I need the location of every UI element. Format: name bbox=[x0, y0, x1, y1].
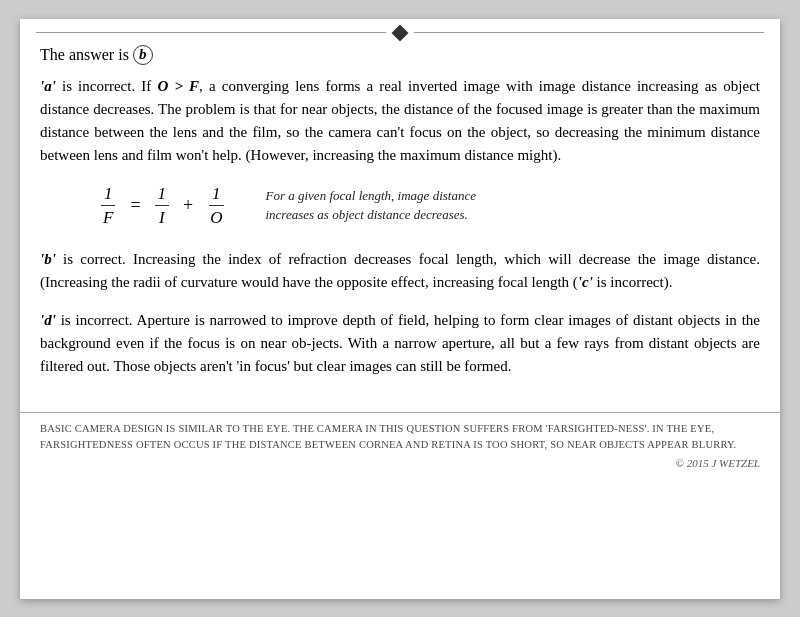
card: The answer is b 'a' is incorrect. If O >… bbox=[20, 19, 780, 599]
answer-prefix: The answer is bbox=[40, 46, 129, 64]
formula-section: 1 F = 1 I + 1 O For a given focal length… bbox=[40, 182, 760, 231]
top-bar bbox=[20, 19, 780, 39]
paragraph-2: 'b' is correct. Increasing the index of … bbox=[40, 248, 760, 295]
fraction-I: 1 I bbox=[155, 182, 170, 231]
p2-label: 'b' bbox=[40, 251, 56, 267]
main-content: The answer is b 'a' is incorrect. If O >… bbox=[20, 39, 780, 403]
paragraph-1: 'a' is incorrect. If O > F, a converging… bbox=[40, 75, 760, 168]
p1-label: 'a' bbox=[40, 78, 56, 94]
fraction-F: 1 F bbox=[100, 182, 116, 231]
plus-sign: + bbox=[183, 195, 193, 216]
answer-value: b bbox=[133, 45, 153, 65]
fraction-F-num: 1 bbox=[101, 182, 116, 207]
formula-note: For a given focal length, image distance… bbox=[265, 187, 495, 225]
paragraph-3: 'd' is incorrect. Aperture is narrowed t… bbox=[40, 309, 760, 379]
top-line-right bbox=[414, 32, 764, 33]
copyright: © 2015 J WETZEL bbox=[40, 457, 760, 469]
fraction-O-num: 1 bbox=[209, 182, 224, 207]
footer: BASIC CAMERA DESIGN IS SIMILAR TO THE EY… bbox=[20, 412, 780, 473]
fraction-I-den: I bbox=[156, 206, 168, 230]
fraction-F-den: F bbox=[100, 206, 116, 230]
p3-text: is incorrect. Aperture is narrowed to im… bbox=[40, 312, 760, 375]
answer-line: The answer is b bbox=[40, 45, 760, 65]
equals-sign: = bbox=[130, 195, 140, 216]
footer-text: BASIC CAMERA DESIGN IS SIMILAR TO THE EY… bbox=[40, 421, 760, 453]
top-line-left bbox=[36, 32, 386, 33]
p2-text: is correct. Increasing the index of refr… bbox=[40, 251, 760, 290]
formula: 1 F = 1 I + 1 O bbox=[40, 182, 225, 231]
diamond-icon bbox=[392, 24, 409, 41]
fraction-O: 1 O bbox=[207, 182, 225, 231]
p1-text: is incorrect. If O > F, a converging len… bbox=[40, 78, 760, 164]
fraction-I-num: 1 bbox=[155, 182, 170, 207]
fraction-O-den: O bbox=[207, 206, 225, 230]
p3-label: 'd' bbox=[40, 312, 56, 328]
